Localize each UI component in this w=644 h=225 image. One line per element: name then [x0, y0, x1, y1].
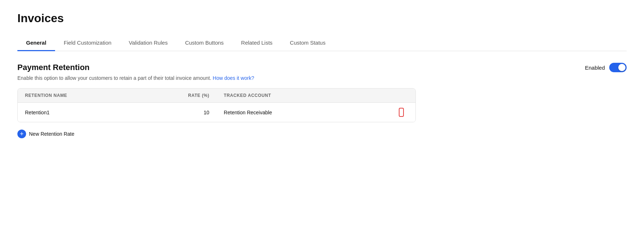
enabled-toggle[interactable] — [609, 63, 627, 72]
tab-custom-status[interactable]: Custom Status — [281, 35, 334, 51]
cell-tracked-account: Retention Receivable — [217, 103, 352, 122]
toggle-thumb — [618, 64, 626, 71]
add-icon: + — [17, 130, 26, 138]
tabs-nav: General Field Customization Validation R… — [17, 35, 627, 51]
page-title: Invoices — [17, 12, 627, 25]
tab-related-lists[interactable]: Related Lists — [233, 35, 281, 51]
how-does-it-work-link[interactable]: How does it work? — [213, 75, 254, 81]
tab-custom-buttons[interactable]: Custom Buttons — [176, 35, 233, 51]
cell-actions — [351, 103, 415, 122]
col-header-actions — [351, 89, 415, 103]
cell-retention-name: Retention1 — [18, 103, 140, 122]
edit-button[interactable] — [393, 108, 396, 116]
delete-button[interactable] — [399, 108, 404, 117]
tab-general[interactable]: General — [17, 35, 55, 51]
section-header: Payment Retention Enabled — [17, 63, 627, 72]
col-header-retention-name: RETENTION NAME — [18, 89, 140, 103]
toggle-wrapper: Enabled — [585, 63, 627, 72]
retention-table: RETENTION NAME RATE (%) TRACKED ACCOUNT … — [18, 89, 415, 122]
table-row: Retention1 10 Retention Receivable — [18, 103, 415, 122]
col-header-tracked-account: TRACKED ACCOUNT — [217, 89, 352, 103]
row-actions — [359, 108, 408, 117]
payment-retention-section: Payment Retention Enabled Enable this op… — [17, 63, 627, 140]
table-header-row: RETENTION NAME RATE (%) TRACKED ACCOUNT — [18, 89, 415, 103]
add-retention-label: New Retention Rate — [29, 131, 74, 137]
tab-field-customization[interactable]: Field Customization — [55, 35, 120, 51]
add-retention-rate-button[interactable]: + New Retention Rate — [17, 128, 74, 140]
cell-rate: 10 — [140, 103, 217, 122]
section-description: Enable this option to allow your custome… — [17, 75, 627, 81]
col-header-rate: RATE (%) — [140, 89, 217, 103]
retention-table-container: RETENTION NAME RATE (%) TRACKED ACCOUNT … — [17, 88, 416, 122]
tab-validation-rules[interactable]: Validation Rules — [120, 35, 176, 51]
section-title: Payment Retention — [17, 63, 89, 72]
enabled-label: Enabled — [585, 65, 605, 71]
